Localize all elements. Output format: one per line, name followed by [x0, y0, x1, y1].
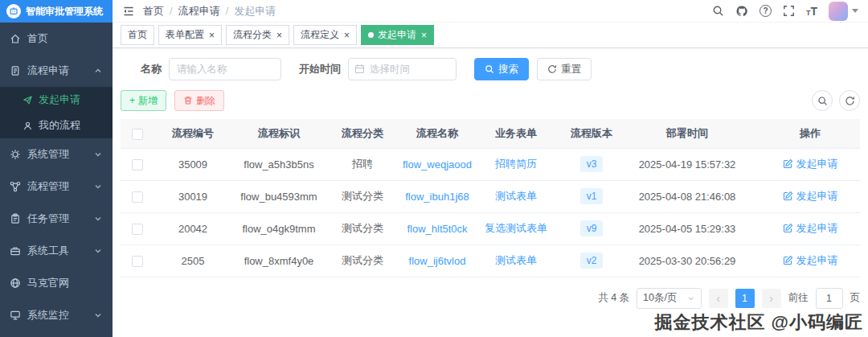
page-size-select[interactable]: 10条/页: [637, 288, 701, 309]
cell-process-no: 35009: [154, 148, 231, 180]
tab-process-definition[interactable]: 流程定义 ×: [293, 25, 357, 45]
sidebar-item-process-mgmt[interactable]: 流程管理: [0, 171, 113, 203]
initiate-apply-link[interactable]: 发起申请: [783, 221, 838, 236]
col-process-category: 流程分类: [326, 119, 399, 148]
sidebar-item-label: 系统工具: [27, 244, 69, 258]
cell-process-category: 测试分类: [326, 245, 399, 277]
sidebar-item-label: 我的流程: [39, 118, 80, 133]
tab-initiate-apply[interactable]: 发起申请 ×: [361, 25, 434, 45]
globe-icon: [10, 277, 21, 289]
col-process-no: 流程编号: [154, 119, 231, 148]
breadcrumb-separator: /: [170, 5, 173, 17]
user-avatar-menu[interactable]: [829, 2, 858, 21]
process-name-link[interactable]: flow_hlt5t0ck: [407, 223, 467, 235]
chevron-down-icon: [93, 150, 103, 159]
robot-logo-icon: [6, 4, 21, 18]
trash-icon: [183, 96, 193, 105]
search-icon: [817, 96, 828, 106]
sidebar-submenu-process-apply: 发起申请 我的流程: [0, 87, 113, 138]
sidebar-item-my-process[interactable]: 我的流程: [0, 113, 113, 138]
close-icon[interactable]: ×: [276, 31, 282, 40]
tab-form-config[interactable]: 表单配置 ×: [158, 25, 222, 45]
sidebar-item-system-tools[interactable]: 系统工具: [0, 235, 113, 267]
gear-icon: [10, 149, 21, 160]
navbar-actions: ? TT: [712, 2, 858, 21]
cell-process-category: 招聘: [326, 148, 399, 180]
business-form-link[interactable]: 测试表单: [495, 254, 537, 266]
chevron-down-icon: [93, 214, 103, 224]
sidebar-item-home[interactable]: 首页: [0, 23, 113, 55]
sidebar-item-process-apply[interactable]: 流程申请: [0, 55, 113, 87]
avatar: [829, 2, 848, 21]
collapse-sidebar-icon[interactable]: [122, 5, 135, 18]
reset-button[interactable]: 重置: [537, 58, 592, 80]
business-form-link[interactable]: 复选测试表单: [485, 222, 547, 234]
edit-square-icon: [783, 223, 793, 233]
table-row[interactable]: 20042 flow_o4gk9tmm 测试分类 flow_hlt5t0ck 复…: [121, 212, 860, 245]
cell-process-no: 30019: [154, 180, 231, 212]
process-name-link[interactable]: flow_ij6tvlod: [409, 255, 466, 267]
sidebar-item-system-mgmt[interactable]: 系统管理: [0, 138, 113, 171]
close-icon[interactable]: ×: [209, 31, 215, 40]
version-badge: v2: [580, 253, 604, 269]
close-icon[interactable]: ×: [344, 31, 350, 40]
prev-page-button[interactable]: ‹: [709, 289, 728, 308]
sidebar-item-system-monitor[interactable]: 系统监控: [0, 299, 113, 331]
app-logo[interactable]: 智能审批管理系统: [0, 0, 113, 23]
refresh-button[interactable]: [839, 90, 860, 111]
github-icon[interactable]: [735, 5, 748, 18]
table-row[interactable]: 30019 flow_bu4593mm 测试分类 flow_ibuh1j68 测…: [121, 180, 860, 212]
tab-home[interactable]: 首页: [121, 25, 154, 45]
table-row[interactable]: 2505 flow_8xmf4y0e 测试分类 flow_ij6tvlod 测试…: [121, 245, 860, 277]
process-name-link[interactable]: flow_weqjaood: [403, 158, 472, 171]
cell-process-key: flow_8xmf4y0e: [231, 245, 326, 277]
question-icon[interactable]: ?: [760, 5, 772, 17]
name-input[interactable]: [169, 58, 281, 80]
goto-page-input[interactable]: [816, 288, 843, 309]
close-icon[interactable]: ×: [421, 31, 427, 40]
toggle-search-button[interactable]: [812, 90, 833, 111]
select-all-checkbox[interactable]: [132, 129, 143, 140]
add-button[interactable]: + 新增: [121, 90, 166, 111]
process-name-link[interactable]: flow_ibuh1j68: [405, 191, 469, 203]
table-row[interactable]: 35009 flow_a5h3b5ns 招聘 flow_weqjaood 招聘简…: [121, 148, 860, 180]
initiate-apply-link[interactable]: 发起申请: [783, 189, 838, 203]
business-form-link[interactable]: 测试表单: [495, 190, 537, 202]
cell-deploy-time: 2025-04-05 15:29:33: [627, 212, 747, 245]
cell-deploy-time: 2025-03-30 20:56:29: [627, 245, 747, 277]
top-navbar: 首页 / 流程申请 / 发起申请 ? TT: [113, 0, 868, 23]
chevron-down-icon: [687, 294, 695, 302]
breadcrumb-current: 发起申请: [234, 4, 276, 18]
col-process-version: 流程版本: [556, 119, 627, 148]
row-checkbox[interactable]: [132, 159, 143, 171]
initiate-apply-link[interactable]: 发起申请: [783, 157, 838, 171]
row-checkbox[interactable]: [132, 224, 143, 235]
breadcrumb-home[interactable]: 首页: [143, 4, 164, 18]
next-page-button[interactable]: ›: [762, 289, 781, 308]
document-icon: [10, 65, 21, 76]
sidebar-item-task-mgmt[interactable]: 任务管理: [0, 203, 113, 235]
sidebar-item-initiate-apply[interactable]: 发起申请: [0, 87, 113, 113]
sidebar-item-label: 流程管理: [27, 179, 69, 194]
version-badge: v1: [580, 188, 604, 204]
row-checkbox[interactable]: [132, 191, 143, 203]
font-size-icon[interactable]: TT: [806, 6, 817, 17]
goto-unit-label: 页: [850, 291, 861, 305]
pagination-total: 共 4 条: [598, 291, 629, 305]
fullscreen-icon[interactable]: [783, 5, 795, 17]
watermark: 掘金技术社区 @小码编匠: [654, 310, 863, 335]
user-icon: [23, 121, 33, 131]
search-button[interactable]: 搜索: [474, 58, 529, 80]
sidebar-item-label: 系统管理: [27, 147, 69, 162]
sidebar-item-official-site[interactable]: 马克官网: [0, 267, 113, 299]
page-number-button[interactable]: 1: [735, 289, 755, 308]
app-title: 智能审批管理系统: [26, 5, 103, 18]
search-icon[interactable]: [712, 5, 724, 17]
cell-process-key: flow_a5h3b5ns: [231, 148, 326, 180]
delete-button[interactable]: 删除: [174, 90, 224, 111]
business-form-link[interactable]: 招聘简历: [495, 158, 537, 170]
breadcrumb-process-apply[interactable]: 流程申请: [178, 4, 220, 18]
initiate-apply-link[interactable]: 发起申请: [783, 253, 838, 268]
row-checkbox[interactable]: [132, 256, 143, 267]
tab-process-category[interactable]: 流程分类 ×: [226, 25, 289, 45]
